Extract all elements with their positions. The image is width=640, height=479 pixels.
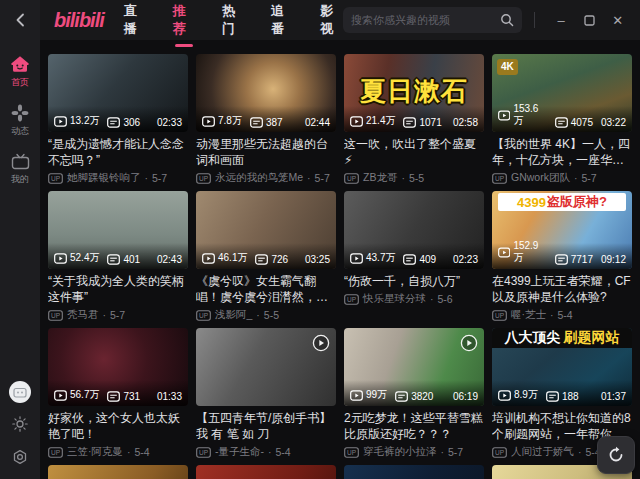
tab-movies[interactable]: 影视 (320, 0, 343, 42)
video-thumbnail[interactable] (196, 465, 336, 479)
theme-toggle[interactable] (12, 416, 28, 436)
video-thumbnail[interactable]: 99万 3820 06:19 (344, 328, 484, 406)
user-avatar[interactable] (9, 381, 31, 403)
uploader-row[interactable]: UP 穿毛裤的小拉泽 · 5-7 (344, 445, 484, 459)
up-badge-icon: UP (344, 294, 359, 305)
sidebar-item-feed[interactable]: 动态 (11, 104, 29, 138)
danmaku-count: 1071 (403, 117, 441, 128)
video-title[interactable]: 【我的世界 4K】一人，四年，十亿方块，一座华夏城 (492, 136, 632, 168)
video-title[interactable]: 2元吃梦龙！这些平替雪糕比原版还好吃？？？ (344, 410, 484, 442)
video-title[interactable]: 在4399上玩王者荣耀，CF以及原神是什么体验? (492, 273, 632, 305)
tab-anime[interactable]: 追番 (271, 0, 294, 42)
uploader-row[interactable]: UP 喔·芝士 · 5-4 (492, 308, 632, 322)
video-thumbnail[interactable]: 52.4万 401 02:43 (48, 191, 188, 269)
uploader-name[interactable]: 喔·芝士 (511, 308, 546, 322)
video-thumbnail[interactable]: 7.8万 387 02:44 (196, 54, 336, 132)
tab-popular[interactable]: 热门 (222, 0, 245, 42)
sidebar-item-home[interactable]: 首页 (10, 55, 30, 89)
video-thumbnail[interactable]: 八大顶尖 刷题网站 8.9万 188 01:37 (492, 328, 632, 406)
sidebar-bottom-group (9, 381, 31, 479)
uploader-row[interactable]: UP ZB龙哥 · 5-5 (344, 171, 484, 185)
video-thumbnail[interactable]: 46.1万 726 03:25 (196, 191, 336, 269)
danmaku-count-label: 306 (123, 117, 140, 128)
uploader-name[interactable]: 永远的我的鸟笼Me (215, 171, 303, 185)
svg-text:UP: UP (495, 312, 504, 319)
video-thumbnail[interactable]: 43.7万 409 02:23 (344, 191, 484, 269)
uploader-name[interactable]: GNwork团队 (511, 171, 570, 185)
close-button[interactable]: ✕ (606, 7, 630, 33)
video-title[interactable]: 动漫里那些无法超越的台词和画面 (196, 136, 336, 168)
video-card[interactable]: 56.7万 731 01:33 好家伙，这个女人也太妖艳了吧！ UP 三笠·阿克… (48, 328, 188, 459)
uploader-name[interactable]: 秃马君 (67, 308, 99, 322)
video-thumbnail[interactable]: 280 (344, 465, 484, 479)
uploader-row[interactable]: UP 她脚踝银铃响了 · 5-7 (48, 171, 188, 185)
video-title[interactable]: 好家伙，这个女人也太妖艳了吧！ (48, 410, 188, 442)
uploader-row[interactable]: UP 秃马君 · 5-7 (48, 308, 188, 322)
duration-label: 02:58 (453, 117, 478, 128)
danmaku-icon (546, 391, 559, 402)
search-input[interactable] (351, 14, 500, 26)
uploader-name[interactable]: 快乐星球分球 (363, 292, 426, 306)
tab-recommend[interactable]: 推荐 (173, 0, 196, 42)
uploader-row[interactable]: UP 快乐星球分球 · 5-6 (344, 292, 484, 306)
view-count: 52.4万 (54, 251, 99, 265)
search-box[interactable] (343, 7, 522, 33)
video-card[interactable]: 13.2万 306 02:33 “是成为遗憾才能让人念念不忘吗？” UP 她脚踝… (48, 54, 188, 185)
uploader-row[interactable]: UP -量子生命- · 5-4 (196, 445, 336, 459)
search-icon[interactable] (500, 13, 514, 27)
play-count-icon (54, 253, 67, 264)
video-card[interactable]: 280 (344, 465, 484, 479)
video-card[interactable]: 99万 3820 06:19 2元吃梦龙！这些平替雪糕比原版还好吃？？？ UP … (344, 328, 484, 459)
sidebar-item-mine[interactable]: 我的 (11, 153, 30, 186)
video-feed: 13.2万 306 02:33 “是成为遗憾才能让人念念不忘吗？” UP 她脚踝… (40, 40, 640, 479)
minimize-button[interactable]: – (549, 7, 573, 33)
video-title[interactable]: “伤敌一千，自损八万” (344, 273, 484, 289)
video-card[interactable]: 【五四青年节/原创手书】我 有 笔 如 刀 UP -量子生命- · 5-4 (196, 328, 336, 459)
uploader-row[interactable]: UP 三笠·阿克曼 · 5-4 (48, 445, 188, 459)
uploader-name[interactable]: 人间过于娇气 (511, 445, 574, 459)
video-thumbnail[interactable] (48, 465, 188, 479)
tab-live[interactable]: 直播 (124, 0, 147, 42)
danmaku-count-label: 188 (562, 391, 579, 402)
uploader-name[interactable]: 她脚踝银铃响了 (67, 171, 141, 185)
danmaku-count: 731 (107, 391, 140, 402)
video-title[interactable]: 《虞兮叹》女生霸气翻唱！虞兮虞兮泪潸然，代入感超强！ (196, 273, 336, 305)
video-card[interactable]: 43.7万 409 02:23 “伤敌一千，自损八万” UP 快乐星球分球 · … (344, 191, 484, 322)
video-card[interactable]: 4K 153.6万 4075 03:22 【我的世界 4K】一人，四年，十亿方块… (492, 54, 632, 185)
video-thumbnail[interactable]: 56.7万 731 01:33 (48, 328, 188, 406)
uploader-name[interactable]: 浅影阿_ (215, 308, 252, 322)
video-card[interactable]: 46.1万 726 03:25 《虞兮叹》女生霸气翻唱！虞兮虞兮泪潸然，代入感超… (196, 191, 336, 322)
uploader-name[interactable]: 穿毛裤的小拉泽 (363, 445, 437, 459)
video-title[interactable]: 【五四青年节/原创手书】我 有 笔 如 刀 (196, 410, 336, 442)
sidebar-item-label: 我的 (11, 173, 29, 186)
video-card[interactable]: 7.8万 387 02:44 动漫里那些无法超越的台词和画面 UP 永远的我的鸟… (196, 54, 336, 185)
video-thumbnail[interactable] (196, 328, 336, 406)
uploader-name[interactable]: -量子生命- (215, 445, 264, 459)
back-button[interactable] (0, 0, 40, 40)
video-card[interactable]: 4399 盗版原神? 152.9万 7717 09:12 在4399上玩王者荣耀… (492, 191, 632, 322)
video-card[interactable]: 52.4万 401 02:43 “关于我成为全人类的笑柄这件事” UP 秃马君 … (48, 191, 188, 322)
bilibili-logo[interactable]: bilibili (54, 9, 104, 32)
uploader-row[interactable]: UP 永远的我的鸟笼Me · 5-7 (196, 171, 336, 185)
video-card[interactable] (196, 465, 336, 479)
video-card[interactable]: 夏日漱石 21.4万 1071 02:58 这一吹，吹出了整个盛夏⚡ UP ZB… (344, 54, 484, 185)
video-thumbnail[interactable]: 4K 153.6万 4075 03:22 (492, 54, 632, 132)
video-thumbnail[interactable]: 夏日漱石 21.4万 1071 02:58 (344, 54, 484, 132)
video-title[interactable]: 这一吹，吹出了整个盛夏⚡ (344, 136, 484, 168)
uploader-name[interactable]: 三笠·阿克曼 (67, 445, 123, 459)
uploader-name[interactable]: ZB龙哥 (363, 171, 397, 185)
upload-date: 5-5 (409, 172, 424, 184)
video-thumbnail[interactable]: 4399 盗版原神? 152.9万 7717 09:12 (492, 191, 632, 269)
refresh-feed-button[interactable] (597, 436, 635, 474)
video-title[interactable]: “关于我成为全人类的笑柄这件事” (48, 273, 188, 305)
up-badge-icon: UP (492, 173, 507, 184)
view-count-label: 7.8万 (218, 114, 242, 128)
video-title[interactable]: “是成为遗憾才能让人念念不忘吗？” (48, 136, 188, 168)
video-card[interactable] (48, 465, 188, 479)
danmaku-icon (403, 254, 416, 265)
settings-button[interactable] (12, 449, 28, 469)
uploader-row[interactable]: UP GNwork团队 · 5-7 (492, 171, 632, 185)
video-thumbnail[interactable]: 13.2万 306 02:33 (48, 54, 188, 132)
maximize-button[interactable] (577, 7, 601, 33)
uploader-row[interactable]: UP 浅影阿_ · 5-5 (196, 308, 336, 322)
